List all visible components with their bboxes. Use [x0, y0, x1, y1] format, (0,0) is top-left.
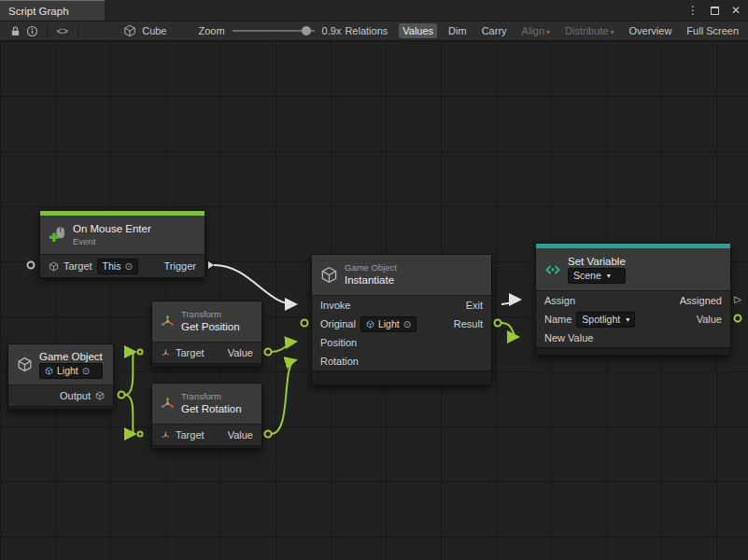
exit-port-label: Exit — [466, 300, 483, 311]
zoom-control: Zoom 0.9x — [198, 25, 341, 36]
script-graph-window: Script Graph ⋮ ✕ <> Cube Zoom 0.9 — [0, 0, 748, 560]
target-port-label: Target — [64, 260, 92, 272]
gameobject-icon — [320, 266, 338, 284]
wire-trigger-to-invoke — [214, 265, 295, 304]
on-mouse-enter-icon — [49, 226, 66, 244]
original-input-port[interactable] — [301, 319, 309, 328]
zoom-value: 0.9x — [322, 25, 342, 36]
node-game-object-light[interactable]: Game Object Light ⊙ Output — [7, 343, 114, 410]
lock-icon[interactable] — [7, 22, 24, 39]
tab-title: Script Graph — [8, 6, 69, 17]
getposition-value-port[interactable] — [264, 348, 273, 357]
getrotation-value-port[interactable] — [264, 430, 273, 439]
toolbar-separator — [47, 24, 48, 37]
graph-canvas[interactable]: On Mouse Enter Event Target This ⊙ — [0, 41, 748, 560]
trigger-port-label: Trigger — [164, 260, 196, 272]
node-title: Get Position — [181, 320, 240, 333]
assigned-output-port[interactable]: ▷ — [734, 295, 741, 304]
original-port-label: Original — [320, 318, 356, 329]
rotation-port-label: Rotation — [320, 356, 359, 367]
relations-button[interactable]: Relations — [341, 23, 391, 38]
assign-port-label: Assign — [544, 295, 575, 306]
value-port-label: Value — [697, 314, 722, 325]
align-button[interactable]: Align▾ — [518, 23, 554, 38]
tab-script-graph[interactable]: Script Graph — [0, 0, 105, 21]
menu-icon[interactable]: ⋮ — [687, 4, 699, 17]
getrotation-target-port[interactable] — [137, 431, 144, 438]
object-picker-icon: ⊙ — [403, 318, 411, 330]
node-get-position[interactable]: Transform Get Position Target Value — [151, 301, 262, 367]
gameobject-output-port[interactable] — [118, 391, 126, 399]
getposition-target-port[interactable] — [137, 349, 144, 356]
close-icon[interactable]: ✕ — [731, 4, 741, 17]
zoom-label: Zoom — [198, 25, 224, 36]
value-port-label: Value — [228, 429, 253, 441]
variable-name-dropdown[interactable]: Spotlight ▾ — [576, 312, 635, 328]
invoke-port-label: Invoke — [320, 300, 350, 311]
name-port-label: Name — [544, 314, 572, 325]
node-instantiate[interactable]: Game Object Instantiate Invoke Exit Orig… — [311, 254, 492, 385]
node-category: Transform — [181, 309, 240, 320]
node-category: Transform — [181, 391, 242, 402]
target-port-label: Target — [176, 347, 205, 358]
gameobject-icon — [17, 357, 33, 372]
wire-light-to-getposition — [125, 352, 134, 395]
target-value-chip[interactable]: This ⊙ — [97, 259, 138, 274]
gameobject-icon — [49, 261, 59, 272]
window-controls: ⋮ ✕ — [687, 0, 748, 21]
values-button[interactable]: Values — [399, 23, 437, 38]
node-get-rotation[interactable]: Transform Get Rotation Target Value — [151, 383, 262, 449]
value-output-port[interactable] — [734, 315, 742, 323]
result-output-port[interactable] — [494, 319, 502, 328]
carry-button[interactable]: Carry — [478, 23, 511, 38]
overview-button[interactable]: Overview — [626, 23, 676, 38]
assigned-port-label: Assigned — [680, 295, 722, 306]
node-title: On Mouse Enter — [73, 222, 151, 235]
transform-icon — [161, 397, 175, 411]
chevron-down-icon: ▾ — [607, 270, 611, 282]
node-category: Game Object — [345, 262, 397, 273]
code-icon[interactable]: <> — [54, 22, 71, 39]
node-title: Game Object — [39, 350, 103, 363]
output-port-label: Output — [60, 390, 91, 401]
tab-bar: Script Graph ⋮ ✕ — [0, 0, 748, 21]
toolbar-buttons: Relations Values Dim Carry Align▾ Distri… — [341, 23, 742, 38]
variable-kind-dropdown[interactable]: Scene ▾ — [568, 268, 626, 284]
wire-light-to-getrotation — [125, 395, 134, 434]
wire-rotation-value — [271, 360, 295, 434]
graph-name-label: Cube — [142, 25, 166, 36]
node-title: Set Variable — [568, 255, 626, 268]
target-input-port[interactable] — [27, 261, 35, 270]
dim-button[interactable]: Dim — [445, 23, 471, 38]
graph-cube-icon — [122, 22, 139, 39]
distribute-button[interactable]: Distribute▾ — [561, 23, 617, 38]
zoom-slider[interactable] — [233, 25, 315, 36]
wire-exit-to-assign — [501, 300, 519, 304]
node-footer — [536, 347, 730, 355]
new-value-port-label: New Value — [544, 332, 593, 343]
node-on-mouse-enter[interactable]: On Mouse Enter Event Target This ⊙ — [39, 210, 205, 278]
transform-icon — [161, 315, 175, 329]
value-port-label: Value — [228, 347, 253, 358]
tab-bar-spacer — [105, 0, 687, 21]
light-value-chip[interactable]: Light ⊙ — [39, 363, 103, 379]
chevron-down-icon: ▾ — [546, 28, 550, 36]
wire-result-to-newvalue — [501, 323, 517, 337]
chevron-down-icon: ▾ — [626, 314, 629, 326]
full-screen-button[interactable]: Full Screen — [683, 23, 742, 38]
node-set-variable[interactable]: Set Variable Scene ▾ Assign Assigned Nam… — [535, 243, 731, 356]
original-value-chip[interactable]: Light ⊙ — [360, 316, 416, 332]
maximize-icon[interactable] — [711, 7, 719, 15]
position-port-label: Position — [320, 337, 357, 348]
wire-position-value — [271, 342, 295, 352]
info-icon[interactable] — [24, 22, 41, 39]
graph-toolbar: <> Cube Zoom 0.9x Relations Values Dim C… — [0, 21, 748, 41]
node-subtitle: Event — [73, 236, 151, 247]
object-picker-icon: ⊙ — [124, 260, 132, 273]
target-port-label: Target — [176, 429, 205, 441]
node-title: Instantiate — [345, 273, 397, 287]
trigger-output-port[interactable] — [208, 261, 214, 269]
transform-icon — [161, 430, 171, 441]
zoom-slider-handle[interactable] — [302, 26, 311, 35]
node-footer — [152, 445, 261, 448]
